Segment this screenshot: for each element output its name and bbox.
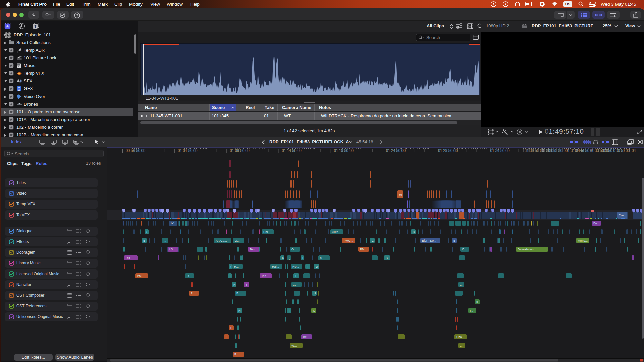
svg-text:F: F xyxy=(295,274,297,278)
svg-text:H...: H... xyxy=(234,265,239,268)
svg-text:F: F xyxy=(289,309,291,312)
svg-text:...: ... xyxy=(460,283,463,286)
svg-text:...: ... xyxy=(461,256,463,260)
svg-text:PMC...: PMC... xyxy=(344,239,353,242)
svg-text:L3: L3 xyxy=(169,248,173,251)
svg-text:Armo...: Armo... xyxy=(578,239,588,242)
svg-text:(: ( xyxy=(146,230,147,234)
svg-text:Rai...: Rai... xyxy=(272,265,279,268)
svg-text:P...: P... xyxy=(191,292,195,295)
svg-text:Cre...: Cre... xyxy=(619,213,626,217)
svg-text:F: F xyxy=(302,256,304,260)
svg-text:O...: O... xyxy=(235,239,240,242)
svg-text:...: ... xyxy=(457,292,460,295)
svg-text:...: ... xyxy=(567,274,570,278)
svg-text:...: ... xyxy=(287,335,290,339)
svg-text:B: B xyxy=(453,239,455,242)
svg-text:...: ... xyxy=(552,222,555,225)
svg-text:T: T xyxy=(34,24,37,28)
svg-text:RI: RI xyxy=(399,193,402,196)
svg-text:...: ... xyxy=(293,283,296,286)
svg-text:F: F xyxy=(226,335,228,339)
svg-text:C: C xyxy=(313,309,315,312)
svg-text:Auto...: Auto... xyxy=(332,230,341,234)
svg-text:Devestation: Devestation xyxy=(518,248,534,251)
svg-text:C: C xyxy=(372,239,374,242)
svg-text:F: F xyxy=(230,274,232,278)
svg-text:(: ( xyxy=(289,256,290,260)
svg-text:P...: P... xyxy=(234,353,238,356)
svg-text:PM...: PM... xyxy=(137,274,144,278)
svg-text:Ral...: Ral... xyxy=(263,230,270,234)
svg-text:Ten...: Ten... xyxy=(261,274,269,278)
svg-text:Blur - So...: Blur - So... xyxy=(422,239,436,242)
svg-text:...: ... xyxy=(296,292,298,295)
svg-text:B: B xyxy=(143,239,145,242)
svg-text:AB: AB xyxy=(18,87,20,89)
svg-text:...: ... xyxy=(305,274,308,278)
svg-text:...: ... xyxy=(459,274,461,278)
svg-text:C: C xyxy=(413,230,415,234)
svg-text:PM...: PM... xyxy=(360,248,367,251)
svg-text:I: I xyxy=(228,203,228,206)
svg-text:T: T xyxy=(307,265,309,268)
svg-text:P: P xyxy=(230,326,232,330)
svg-text:...: ... xyxy=(500,274,502,278)
svg-text:O...: O... xyxy=(462,248,467,251)
svg-text:CD: CD xyxy=(18,89,20,91)
svg-text:...: ... xyxy=(373,256,376,260)
svg-text:1-1...: 1-1... xyxy=(170,222,177,225)
svg-text:01:19:50:00: 01:19:50:00 xyxy=(334,148,354,153)
svg-text:H: H xyxy=(233,283,236,286)
svg-text:T: T xyxy=(246,283,248,286)
svg-text:Be...: Be... xyxy=(303,335,309,339)
svg-text:Ho...: Ho... xyxy=(292,265,299,268)
svg-text:Oza...: Oza... xyxy=(456,335,464,339)
svg-text:Oc...: Oc... xyxy=(291,248,298,251)
svg-text:...: ... xyxy=(399,335,402,339)
svg-text:W...: W... xyxy=(291,344,297,347)
svg-text:Sl: Sl xyxy=(386,256,388,260)
svg-text:Art Ga...: Art Ga... xyxy=(216,239,227,242)
svg-text:H: H xyxy=(238,309,241,312)
svg-text:...: ... xyxy=(460,344,463,347)
svg-text:00:59:50:00: 00:59:50:00 xyxy=(126,148,145,153)
svg-text:R: R xyxy=(282,256,284,260)
svg-text:RD...: RD... xyxy=(126,256,133,260)
svg-text:B...: B... xyxy=(187,274,192,278)
svg-text:Ten...: Ten... xyxy=(250,248,257,251)
svg-text:R...: R... xyxy=(236,292,241,295)
svg-text:H: H xyxy=(314,292,316,295)
svg-text:(: ( xyxy=(230,265,231,268)
svg-text:W: W xyxy=(316,265,319,268)
svg-text:S...: S... xyxy=(320,256,325,260)
svg-text:...: ... xyxy=(164,239,166,242)
svg-text:II: II xyxy=(476,301,478,304)
svg-text:Be...: Be... xyxy=(593,222,600,225)
svg-text:...: ... xyxy=(198,248,201,251)
svg-text:I...: I... xyxy=(470,309,473,312)
